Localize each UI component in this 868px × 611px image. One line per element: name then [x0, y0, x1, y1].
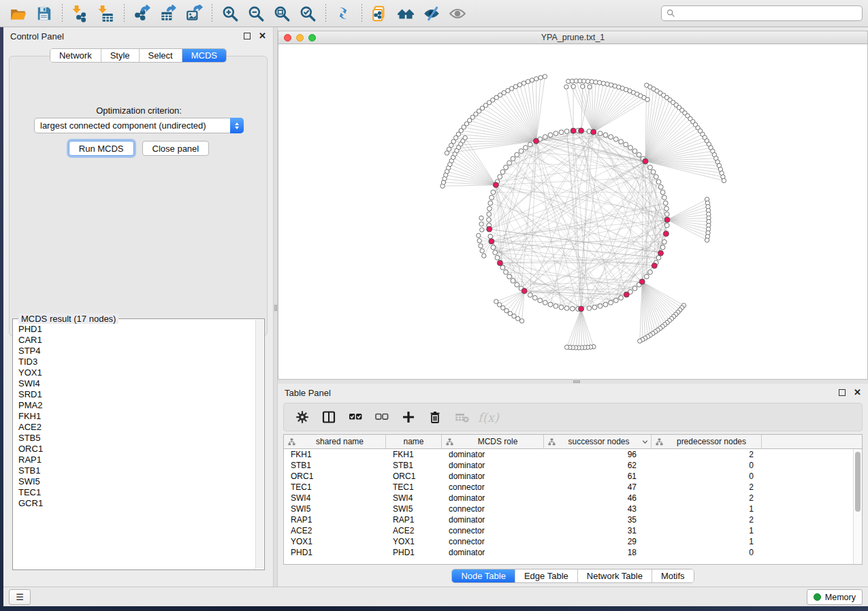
- table-scrollbar[interactable]: [853, 449, 862, 564]
- table-scrollbar-thumb[interactable]: [855, 452, 861, 512]
- table-toolbar-delete-row-button[interactable]: [425, 407, 445, 427]
- table-toolbar-select-all-button[interactable]: [345, 407, 366, 427]
- mcds-result-item[interactable]: YOX1: [18, 367, 255, 378]
- cell-successor-nodes[interactable]: 29: [544, 537, 652, 546]
- tab-style[interactable]: Style: [101, 49, 140, 62]
- close-panel-icon[interactable]: ✕: [259, 33, 266, 39]
- mcds-result-item[interactable]: STP4: [18, 346, 255, 357]
- mcds-result-item[interactable]: TEC1: [18, 487, 255, 498]
- cell-name[interactable]: ORC1: [386, 472, 442, 481]
- memory-button[interactable]: Memory: [807, 589, 863, 605]
- cell-shared-name[interactable]: RAP1: [284, 515, 386, 525]
- cell-successor-nodes[interactable]: 47: [544, 482, 652, 492]
- toolbar-save-button[interactable]: [33, 3, 55, 24]
- tab-node-table[interactable]: Node Table: [452, 569, 515, 582]
- toolbar-import-table-button[interactable]: [95, 3, 117, 24]
- mcds-result-item[interactable]: STB5: [18, 433, 255, 444]
- cell-shared-name[interactable]: TEC1: [284, 482, 386, 492]
- cell-shared-name[interactable]: STB1: [284, 461, 386, 470]
- table-row-PHD1[interactable]: PHD1PHD1dominator180: [284, 547, 853, 558]
- vertical-splitter[interactable]: [273, 27, 278, 587]
- optimization-criterion-select[interactable]: largest connected component (undirected): [34, 118, 244, 133]
- close-panel-button[interactable]: Close panel: [142, 141, 210, 156]
- network-graph[interactable]: [278, 44, 867, 379]
- table-close-icon[interactable]: ✕: [854, 389, 861, 396]
- cell-name[interactable]: FKH1: [386, 450, 442, 459]
- mcds-result-item[interactable]: PHD1: [18, 324, 255, 335]
- splitter-grip[interactable]: [274, 305, 277, 311]
- cell-MCDS-role[interactable]: connector: [442, 526, 544, 535]
- cell-MCDS-role[interactable]: connector: [442, 537, 544, 546]
- mcds-result-item[interactable]: GCR1: [18, 498, 255, 509]
- mcds-result-item[interactable]: SWI4: [18, 378, 255, 389]
- mcds-result-item[interactable]: CAR1: [18, 335, 255, 346]
- toolbar-export-image-button[interactable]: [183, 3, 205, 24]
- toolbar-show-all-button[interactable]: [447, 3, 468, 24]
- cell-name[interactable]: YOX1: [386, 537, 442, 546]
- table-row-YOX1[interactable]: YOX1YOX1connector291: [284, 536, 853, 547]
- tab-edge-table[interactable]: Edge Table: [515, 569, 578, 582]
- table-row-ACE2[interactable]: ACE2ACE2connector311: [284, 525, 853, 536]
- toolbar-export-table-button[interactable]: [157, 3, 179, 24]
- cell-shared-name[interactable]: SWI4: [284, 493, 386, 503]
- column-header-shared-name[interactable]: shared name: [284, 435, 386, 448]
- cell-predecessor-nodes[interactable]: 1: [652, 504, 762, 514]
- toolbar-hide-selected-button[interactable]: [421, 3, 443, 24]
- run-mcds-button[interactable]: Run MCDS: [69, 141, 134, 156]
- toolbar-home-button[interactable]: [395, 3, 417, 24]
- cell-shared-name[interactable]: FKH1: [284, 450, 386, 459]
- toolbar-zoom-out-button[interactable]: [245, 3, 267, 24]
- cell-predecessor-nodes[interactable]: 0: [652, 548, 762, 557]
- mcds-result-item[interactable]: PMA2: [18, 400, 255, 411]
- toolbar-zoom-selected-button[interactable]: [297, 3, 319, 24]
- search-box[interactable]: [661, 5, 863, 21]
- cell-successor-nodes[interactable]: 35: [544, 515, 652, 525]
- table-row-FKH1[interactable]: FKH1FKH1dominator962: [284, 449, 853, 460]
- cell-name[interactable]: PHD1: [386, 548, 442, 557]
- cell-name[interactable]: SWI4: [386, 493, 442, 503]
- cell-successor-nodes[interactable]: 61: [544, 472, 652, 481]
- table-row-RAP1[interactable]: RAP1RAP1dominator352: [284, 514, 853, 525]
- toolbar-import-network-button[interactable]: [69, 3, 91, 24]
- network-window-titlebar[interactable]: YPA_prune.txt_1: [278, 31, 867, 44]
- cell-name[interactable]: TEC1: [386, 482, 442, 492]
- column-header-name[interactable]: name: [386, 435, 442, 448]
- cell-shared-name[interactable]: ORC1: [284, 472, 386, 481]
- table-row-STB1[interactable]: STB1STB1dominator620: [284, 460, 853, 471]
- tab-motifs[interactable]: Motifs: [652, 569, 694, 582]
- mcds-result-item[interactable]: RAP1: [18, 455, 255, 465]
- cell-MCDS-role[interactable]: dominator: [442, 493, 544, 503]
- table-float-icon[interactable]: [839, 389, 846, 396]
- cell-predecessor-nodes[interactable]: 0: [652, 472, 762, 481]
- cell-successor-nodes[interactable]: 62: [544, 461, 652, 470]
- table-toolbar-add-row-button[interactable]: [398, 407, 419, 427]
- mcds-result-item[interactable]: ORC1: [18, 444, 255, 455]
- cell-MCDS-role[interactable]: dominator: [442, 548, 544, 557]
- cell-name[interactable]: SWI5: [386, 504, 442, 514]
- column-header-predecessor-nodes[interactable]: predecessor nodes: [652, 435, 762, 448]
- mcds-result-item[interactable]: SRD1: [18, 389, 255, 400]
- mcds-result-item[interactable]: ACE2: [18, 422, 255, 433]
- cell-successor-nodes[interactable]: 43: [544, 504, 652, 514]
- cell-name[interactable]: RAP1: [386, 515, 442, 525]
- mcds-result-item[interactable]: STB1: [18, 465, 255, 476]
- table-toolbar-columns-button[interactable]: [319, 407, 339, 427]
- toolbar-export-network-button[interactable]: [131, 3, 153, 24]
- cell-predecessor-nodes[interactable]: 0: [652, 461, 762, 470]
- mcds-result-scrollbar[interactable]: [255, 320, 263, 569]
- column-header-MCDS-role[interactable]: MCDS role: [442, 435, 544, 448]
- table-toolbar-settings-button[interactable]: [292, 407, 312, 427]
- cell-predecessor-nodes[interactable]: 2: [652, 482, 762, 492]
- table-row-SWI5[interactable]: SWI5SWI5connector431: [284, 503, 853, 514]
- cell-successor-nodes[interactable]: 31: [544, 526, 652, 535]
- cell-predecessor-nodes[interactable]: 1: [652, 537, 762, 546]
- cell-predecessor-nodes[interactable]: 2: [652, 515, 762, 525]
- tab-select[interactable]: Select: [140, 49, 182, 62]
- toolbar-open-button[interactable]: [7, 3, 29, 24]
- float-panel-icon[interactable]: [244, 33, 251, 39]
- cell-shared-name[interactable]: PHD1: [284, 548, 386, 557]
- mcds-result-list[interactable]: PHD1CAR1STP4TID3YOX1SWI4SRD1PMA2FKH1ACE2…: [14, 322, 255, 569]
- cell-shared-name[interactable]: YOX1: [284, 537, 386, 546]
- cell-MCDS-role[interactable]: dominator: [442, 515, 544, 525]
- network-view-canvas[interactable]: [278, 44, 867, 379]
